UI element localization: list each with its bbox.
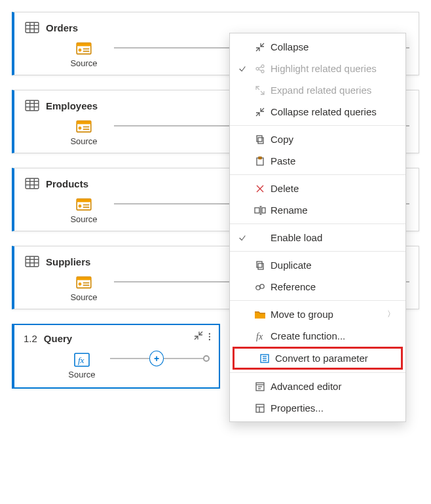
- card-title: Employees: [46, 100, 98, 111]
- card-title: Suppliers: [46, 256, 90, 267]
- add-step-button[interactable]: +: [149, 351, 164, 366]
- connector: [114, 125, 232, 126]
- menu-rename[interactable]: Rename: [230, 199, 405, 221]
- duplicate-icon: [252, 260, 268, 271]
- menu-move-to-group[interactable]: Move to group 〉: [230, 303, 405, 325]
- collapse-icon[interactable]: [193, 330, 204, 343]
- check-icon: [235, 64, 250, 73]
- menu-reference[interactable]: Reference: [230, 276, 405, 298]
- flow-end-dot: [203, 355, 210, 362]
- datasource-icon: [75, 119, 92, 134]
- menu-enable-load[interactable]: Enable load: [230, 227, 405, 248]
- fx-icon: [73, 353, 90, 367]
- step-source[interactable]: Source: [54, 197, 114, 224]
- menu-highlight-related[interactable]: Highlight related queries: [230, 58, 405, 79]
- editor-icon: [252, 381, 268, 392]
- table-icon: [24, 20, 41, 35]
- expand-icon: [252, 85, 268, 96]
- chevron-right-icon: 〉: [387, 309, 396, 320]
- delete-icon: [252, 184, 268, 194]
- more-icon[interactable]: ⁝: [208, 334, 212, 340]
- query-type-badge: 1.2: [24, 333, 37, 344]
- paste-icon: [252, 156, 268, 166]
- menu-collapse[interactable]: Collapse: [230, 36, 405, 58]
- menu-separator: [230, 251, 405, 252]
- menu-create-function[interactable]: Create function...: [230, 325, 405, 347]
- table-icon: [24, 98, 41, 113]
- connector: [110, 358, 149, 359]
- menu-convert-to-parameter[interactable]: Convert to parameter: [234, 349, 401, 368]
- datasource-icon: [75, 197, 92, 212]
- step-source[interactable]: Source: [54, 119, 114, 146]
- step-source[interactable]: Source: [54, 353, 110, 379]
- menu-separator: [230, 300, 405, 301]
- datasource-icon: [75, 41, 92, 56]
- check-icon: [235, 233, 250, 242]
- rename-icon: [252, 206, 268, 215]
- menu-copy[interactable]: Copy: [230, 128, 405, 150]
- table-icon: [24, 176, 41, 191]
- card-title: Orders: [46, 22, 78, 33]
- folder-icon: [252, 310, 268, 319]
- menu-separator: [230, 125, 405, 126]
- connector: [164, 358, 203, 359]
- menu-paste[interactable]: Paste: [230, 150, 405, 172]
- properties-icon: [252, 403, 268, 414]
- connector: [114, 281, 232, 282]
- card-title: Query: [44, 333, 72, 344]
- fx-icon: [252, 331, 268, 341]
- menu-separator: [230, 372, 405, 373]
- card-title: Products: [46, 178, 88, 189]
- datasource-icon: [75, 275, 92, 290]
- query-card-query[interactable]: 1.2 Query ⁝ Source +: [12, 324, 220, 389]
- query-steps: Source +: [24, 348, 210, 381]
- parameter-icon: [257, 353, 272, 364]
- step-source[interactable]: Source: [54, 41, 114, 68]
- menu-expand-related[interactable]: Expand related queries: [230, 79, 405, 101]
- menu-duplicate[interactable]: Duplicate: [230, 254, 405, 276]
- step-source[interactable]: Source: [54, 275, 114, 302]
- connector: [114, 47, 232, 48]
- reference-icon: [252, 282, 268, 292]
- collapse-icon: [252, 42, 268, 52]
- share-icon: [252, 64, 268, 74]
- menu-advanced-editor[interactable]: Advanced editor: [230, 376, 405, 397]
- menu-separator: [230, 223, 405, 224]
- copy-icon: [252, 134, 268, 145]
- menu-separator: [230, 174, 405, 175]
- menu-collapse-related[interactable]: Collapse related queries: [230, 101, 405, 123]
- menu-delete[interactable]: Delete: [230, 178, 405, 199]
- table-icon: [24, 254, 41, 269]
- highlighted-menu-item: Convert to parameter: [233, 347, 403, 370]
- collapse-icon: [252, 107, 268, 117]
- menu-properties[interactable]: Properties...: [230, 397, 405, 415]
- connector: [114, 203, 232, 204]
- context-menu: Collapse Highlight related queries Expan…: [229, 33, 406, 415]
